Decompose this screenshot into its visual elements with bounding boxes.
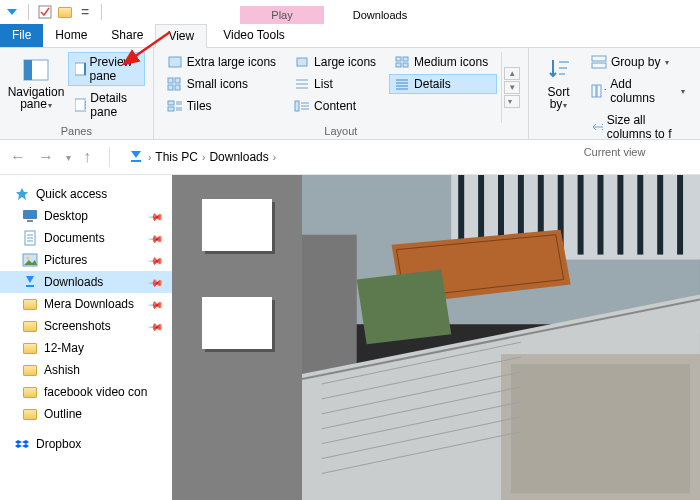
sidebar-item-label: Documents: [44, 231, 105, 245]
svg-rect-14: [175, 85, 180, 90]
pin-icon: 📌: [148, 252, 164, 268]
pin-icon: 📌: [148, 318, 164, 334]
layout-tiles[interactable]: Tiles: [162, 96, 285, 116]
svg-rect-4: [84, 63, 86, 75]
pin-icon: 📌: [148, 208, 164, 224]
pin-icon: 📌: [148, 296, 164, 312]
svg-rect-31: [396, 63, 401, 67]
tab-home[interactable]: Home: [43, 24, 99, 47]
current-view-group-label: Current view: [537, 144, 692, 160]
sidebar-item-downloads[interactable]: Downloads📌: [0, 271, 172, 293]
breadcrumb-thispc[interactable]: This PC: [155, 150, 198, 164]
ribbon-group-layout: Extra large icons Small icons Tiles Larg…: [154, 48, 529, 139]
details-pane-button[interactable]: Details pane: [68, 88, 145, 122]
size-all-columns-button[interactable]: Size all columns to f: [584, 110, 692, 144]
qat-overflow-icon[interactable]: =: [81, 4, 89, 20]
navigation-pane-label: Navigation pane: [8, 85, 65, 111]
preview-viewport[interactable]: [302, 175, 700, 500]
add-columns-button[interactable]: +Add columns▾: [584, 74, 692, 108]
svg-rect-45: [131, 160, 141, 162]
sidebar-item-facebook-video-con[interactable]: facebook video con: [0, 381, 172, 403]
sidebar-item-label: Desktop: [44, 209, 88, 223]
tab-video-tools[interactable]: Video Tools: [211, 24, 297, 47]
sidebar-item-mera-downloads[interactable]: Mera Downloads📌: [0, 293, 172, 315]
preview-pane-label: Preview pane: [90, 55, 138, 83]
sidebar-item-desktop[interactable]: Desktop📌: [0, 205, 172, 227]
svg-rect-29: [396, 57, 401, 61]
svg-rect-16: [168, 107, 174, 111]
svg-rect-32: [403, 63, 408, 67]
panes-group-label: Panes: [8, 123, 145, 139]
nav-forward-button[interactable]: →: [38, 148, 54, 166]
ribbon-group-panes: Navigation pane▾ Preview pane Details pa…: [0, 48, 154, 139]
sidebar-quick-access[interactable]: Quick access: [0, 183, 172, 205]
contextual-tabs: Play Downloads: [240, 0, 422, 24]
sidebar-item-label: Mera Downloads: [44, 297, 134, 311]
svg-rect-12: [175, 78, 180, 83]
dropbox-icon: [14, 436, 30, 452]
group-by-button[interactable]: Group by▾: [584, 52, 692, 72]
layout-medium-icons[interactable]: Medium icons: [389, 52, 497, 72]
qat-properties-icon[interactable]: [37, 4, 53, 20]
svg-rect-41: [592, 63, 606, 68]
ribbon: Navigation pane▾ Preview pane Details pa…: [0, 48, 700, 140]
svg-rect-10: [169, 57, 181, 67]
svg-rect-30: [403, 57, 408, 61]
pictures-icon: [22, 252, 38, 268]
sidebar-item-label: facebook video con: [44, 385, 147, 399]
sidebar-item-pictures[interactable]: Pictures📌: [0, 249, 172, 271]
down-arrow-icon[interactable]: [4, 4, 20, 20]
sidebar-item-label: Ashish: [44, 363, 80, 377]
details-pane-label: Details pane: [90, 91, 137, 119]
sidebar-item-documents[interactable]: Documents📌: [0, 227, 172, 249]
preview-pane-button[interactable]: Preview pane: [68, 52, 145, 86]
layout-details[interactable]: Details: [389, 74, 497, 94]
svg-rect-46: [23, 210, 37, 219]
sidebar-item-12-may[interactable]: 12-May: [0, 337, 172, 359]
window-title: Downloads: [338, 9, 422, 24]
chevron-right-icon[interactable]: ›: [273, 152, 276, 163]
content-area: Quick access Desktop📌Documents📌Pictures📌…: [0, 174, 700, 500]
sidebar-item-ashish[interactable]: Ashish: [0, 359, 172, 381]
svg-rect-72: [511, 364, 690, 493]
dropbox-label: Dropbox: [36, 437, 81, 451]
thumbnail-1[interactable]: [202, 199, 272, 251]
pin-icon: 📌: [148, 230, 164, 246]
sidebar-item-label: Screenshots: [44, 319, 111, 333]
layout-content[interactable]: Content: [289, 96, 385, 116]
tab-share[interactable]: Share: [99, 24, 155, 47]
qat-folder-icon[interactable]: [57, 4, 73, 20]
breadcrumb[interactable]: › This PC › Downloads ›: [128, 149, 276, 165]
sidebar-dropbox[interactable]: Dropbox: [0, 433, 172, 455]
svg-rect-25: [295, 101, 299, 111]
tab-view[interactable]: View: [155, 24, 207, 48]
chevron-right-icon[interactable]: ›: [148, 152, 151, 163]
layout-extra-large-icons[interactable]: Extra large icons: [162, 52, 285, 72]
layout-scroll-down[interactable]: ▼: [504, 81, 520, 94]
nav-history-dropdown[interactable]: ▾: [66, 152, 71, 163]
svg-rect-11: [168, 78, 173, 83]
downloads-icon: [22, 274, 38, 290]
navigation-pane-button[interactable]: Navigation pane▾: [8, 52, 64, 123]
svg-point-53: [27, 257, 30, 260]
ribbon-tabs: File Home Share View Video Tools: [0, 24, 700, 48]
sidebar-item-screenshots[interactable]: Screenshots📌: [0, 315, 172, 337]
sidebar-item-label: Downloads: [44, 275, 103, 289]
folder-icon: [22, 296, 38, 312]
layout-scroll-up[interactable]: ▲: [504, 67, 520, 80]
layout-list[interactable]: List: [289, 74, 385, 94]
thumbnail-2[interactable]: [202, 297, 272, 349]
svg-rect-70: [302, 235, 357, 384]
nav-back-button[interactable]: ←: [10, 148, 26, 166]
layout-small-icons[interactable]: Small icons: [162, 74, 285, 94]
sidebar-item-outline[interactable]: Outline: [0, 403, 172, 425]
layout-gallery-expand[interactable]: ▾: [504, 95, 520, 108]
breadcrumb-downloads[interactable]: Downloads: [209, 150, 268, 164]
sort-by-button[interactable]: Sort by▾: [537, 52, 580, 144]
folder-icon: [22, 406, 38, 422]
tab-file[interactable]: File: [0, 24, 43, 47]
svg-rect-13: [168, 85, 173, 90]
nav-up-button[interactable]: ↑: [83, 148, 91, 166]
chevron-right-icon[interactable]: ›: [202, 152, 205, 163]
layout-large-icons[interactable]: Large icons: [289, 52, 385, 72]
